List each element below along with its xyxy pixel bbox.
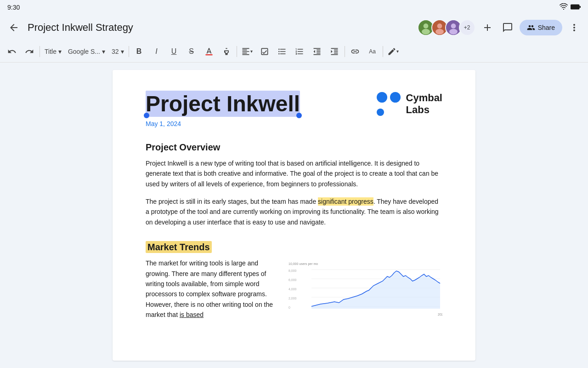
svg-text:8,000: 8,000 [288, 269, 297, 272]
cymbal-text: Cymbal Labs [406, 92, 442, 116]
avatar-plus[interactable]: +2 [459, 19, 475, 36]
section-heading-overview: Project Overview [146, 142, 442, 153]
strikethrough-button[interactable]: S [183, 43, 200, 60]
undo-button[interactable] [4, 43, 20, 60]
svg-text:0: 0 [288, 306, 290, 309]
divider-1 [40, 46, 40, 57]
doc-header-row: Project Inkwell May 1, 2024 Cymbal Labs [146, 92, 442, 127]
fontsize-selector[interactable]: 32 ▾ [109, 44, 127, 59]
font-label: Google S... [68, 48, 100, 55]
svg-text:2024: 2024 [438, 313, 442, 316]
overview-paragraph-2: The project is still in its early stages… [146, 196, 442, 227]
title-selection-wrapper: Project Inkwell [146, 92, 300, 116]
fontsize-label: 32 [112, 48, 119, 55]
status-bar: 9:30 [0, 0, 588, 15]
redo-button[interactable] [21, 43, 38, 60]
market-trends-section: Market Trends The market for writing too… [146, 242, 442, 327]
toolbar: Title ▾ Google S... ▾ 32 ▾ B I U S ▾ Aa [0, 40, 588, 63]
cymbal-dot-tr [390, 92, 401, 103]
font-chevron-icon: ▾ [102, 48, 105, 55]
svg-text:2,000: 2,000 [288, 297, 297, 300]
divider-5 [383, 46, 383, 57]
avatar-group: +2 [418, 19, 475, 36]
cymbal-dot-tl [377, 92, 387, 103]
svg-point-7 [437, 23, 442, 29]
svg-point-0 [563, 9, 564, 10]
doc-main-title[interactable]: Project Inkwell [146, 92, 300, 116]
underline-button[interactable]: U [166, 43, 182, 60]
selection-handle-left [144, 113, 149, 118]
status-icons [560, 3, 581, 12]
align-button[interactable]: ▾ [239, 43, 255, 60]
numbered-list-button[interactable] [291, 43, 308, 60]
cymbal-logo: Cymbal Labs [377, 92, 442, 116]
selection-handle-right [296, 113, 302, 118]
svg-point-4 [423, 23, 428, 29]
bold-button[interactable]: B [131, 43, 147, 60]
divider-2 [129, 46, 129, 57]
divider-3 [237, 46, 237, 57]
format-button[interactable]: Aa [364, 43, 381, 60]
back-button[interactable] [6, 19, 22, 36]
section-heading-market: Market Trends [146, 242, 442, 253]
svg-point-10 [451, 23, 456, 29]
project-overview-section: Project Overview Project Inkwell is a ne… [146, 142, 442, 227]
doc-title: Project Inkwell Strategy [28, 22, 412, 34]
pen-button[interactable]: ▾ [385, 43, 401, 60]
style-selector[interactable]: Title ▾ [42, 44, 64, 59]
overview-paragraph-1: Project Inkwell is a new type of writing… [146, 158, 442, 189]
market-paragraph-1: The market for writing tools is large an… [146, 258, 275, 320]
battery-icon [571, 3, 581, 12]
comment-button[interactable] [499, 19, 516, 36]
share-label: Share [538, 24, 555, 31]
svg-text:6,000: 6,000 [288, 278, 297, 282]
checklist-button[interactable] [256, 43, 273, 60]
svg-point-11 [449, 29, 458, 34]
link-button[interactable] [347, 43, 363, 60]
add-button[interactable] [479, 19, 496, 36]
more-button[interactable] [566, 19, 582, 36]
indent-less-button[interactable] [309, 43, 325, 60]
doc-page: Project Inkwell May 1, 2024 Cymbal Labs [113, 70, 475, 361]
svg-point-8 [435, 29, 444, 34]
title-area: Project Inkwell May 1, 2024 [146, 92, 300, 127]
doc-area: Project Inkwell May 1, 2024 Cymbal Labs [0, 63, 588, 368]
market-section: The market for writing tools is large an… [146, 258, 442, 327]
svg-text:10,000 users per mo: 10,000 users per mo [288, 262, 318, 266]
doc-date: May 1, 2024 [146, 120, 300, 127]
divider-4 [345, 46, 345, 57]
bullet-list-button[interactable] [274, 43, 290, 60]
selected-title-text: Project Inkwell [146, 91, 300, 117]
share-button[interactable]: Share [520, 20, 562, 35]
highlighted-phrase: significant progress [318, 197, 373, 206]
svg-text:4,000: 4,000 [288, 288, 297, 291]
fontsize-chevron-icon: ▾ [121, 48, 124, 55]
svg-rect-12 [205, 54, 212, 55]
nav-right: +2 Share [418, 19, 582, 36]
chart-area: 10,000 users per mo 8,000 6,000 4,000 2,… [286, 258, 442, 327]
market-chart: 10,000 users per mo 8,000 6,000 4,000 2,… [286, 258, 442, 329]
italic-button[interactable]: I [148, 43, 165, 60]
svg-rect-2 [579, 6, 581, 8]
font-selector[interactable]: Google S... ▾ [65, 44, 108, 59]
highlight-button[interactable] [218, 43, 235, 60]
market-heading-highlight: Market Trends [146, 241, 212, 253]
indent-more-button[interactable] [326, 43, 343, 60]
wifi-icon [560, 3, 568, 12]
svg-point-5 [422, 29, 430, 34]
top-nav: Project Inkwell Strategy [0, 15, 588, 40]
cymbal-dots [377, 92, 401, 116]
underlined-text: is based [180, 311, 204, 318]
svg-rect-1 [571, 5, 579, 9]
market-text: The market for writing tools is large an… [146, 258, 275, 327]
status-time: 9:30 [7, 4, 20, 11]
font-color-button[interactable] [201, 43, 217, 60]
style-label: Title [45, 48, 57, 55]
style-chevron-icon: ▾ [58, 48, 62, 55]
cymbal-dot-bl [377, 109, 384, 116]
